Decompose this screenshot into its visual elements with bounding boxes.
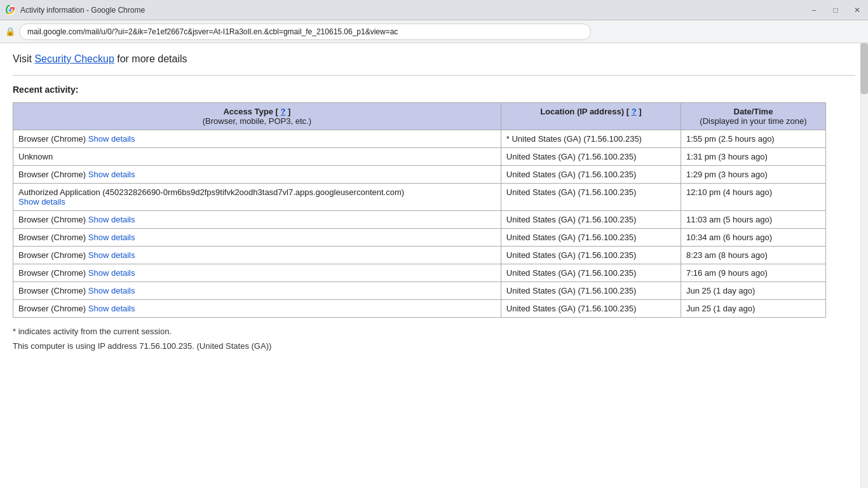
table-row: Browser (Chrome) Show detailsUnited Stat… xyxy=(13,229,826,247)
cell-access-type: Browser (Chrome) Show details xyxy=(13,211,501,229)
table-row: UnknownUnited States (GA) (71.56.100.235… xyxy=(13,148,826,166)
footer-ip: This computer is using IP address 71.56.… xyxy=(13,341,855,351)
chrome-titlebar: Activity information - Google Chrome – □… xyxy=(0,0,868,20)
table-row: Browser (Chrome) Show detailsUnited Stat… xyxy=(13,247,826,264)
cell-location: United States (GA) (71.56.100.235) xyxy=(501,229,681,247)
cell-access-type: Browser (Chrome) Show details xyxy=(13,282,501,300)
cell-datetime: 12:10 pm (4 hours ago) xyxy=(681,184,825,211)
table-header-row: Access Type [ ? ](Browser, mobile, POP3,… xyxy=(13,103,826,130)
maximize-button[interactable]: □ xyxy=(830,4,841,16)
access-type-help-link[interactable]: ? xyxy=(280,107,285,116)
col-header-access-type: Access Type [ ? ](Browser, mobile, POP3,… xyxy=(13,103,501,130)
cell-access-type: Unknown xyxy=(13,148,501,166)
page-content: Visit Security Checkup for more details … xyxy=(0,43,868,488)
show-details-link[interactable]: Show details xyxy=(88,233,135,242)
cell-location: * United States (GA) (71.56.100.235) xyxy=(501,130,681,148)
table-row: Browser (Chrome) Show detailsUnited Stat… xyxy=(13,211,826,229)
table-row: Browser (Chrome) Show detailsUnited Stat… xyxy=(13,300,826,318)
col-header-datetime: Date/Time(Displayed in your time zone) xyxy=(681,103,825,130)
cell-datetime: 1:31 pm (3 hours ago) xyxy=(681,148,825,166)
url-text: mail.google.com/mail/u/0/?ui=2&ik=7e1ef2… xyxy=(27,27,398,36)
show-details-link[interactable]: Show details xyxy=(88,286,135,295)
show-details-link[interactable]: Show details xyxy=(88,170,135,179)
cell-datetime: 8:23 am (8 hours ago) xyxy=(681,247,825,264)
show-details-link[interactable]: Show details xyxy=(18,197,65,207)
table-row: Browser (Chrome) Show details* United St… xyxy=(13,130,826,148)
security-checkup-link[interactable]: Security Checkup xyxy=(34,53,114,64)
window-controls: – □ ✕ xyxy=(808,4,863,16)
address-pill[interactable]: mail.google.com/mail/u/0/?ui=2&ik=7e1ef2… xyxy=(19,24,591,40)
cell-datetime: 1:29 pm (3 hours ago) xyxy=(681,166,825,184)
cell-location: United States (GA) (71.56.100.235) xyxy=(501,211,681,229)
visit-security-line: Visit Security Checkup for more details xyxy=(13,53,855,65)
cell-access-type: Browser (Chrome) Show details xyxy=(13,300,501,318)
location-help-link[interactable]: ? xyxy=(632,107,637,116)
recent-activity-label: Recent activity: xyxy=(13,85,855,95)
divider xyxy=(13,75,855,76)
cell-location: United States (GA) (71.56.100.235) xyxy=(501,184,681,211)
minimize-button[interactable]: – xyxy=(808,4,820,16)
titlebar-title: Activity information - Google Chrome xyxy=(20,6,808,15)
table-row: Browser (Chrome) Show detailsUnited Stat… xyxy=(13,166,826,184)
show-details-link[interactable]: Show details xyxy=(88,268,135,278)
table-row: Authorized Application (450232826690-0rm… xyxy=(13,184,826,211)
visit-prefix: Visit xyxy=(13,53,34,64)
lock-icon: 🔒 xyxy=(5,27,15,36)
chrome-logo xyxy=(5,5,15,15)
cell-datetime: Jun 25 (1 day ago) xyxy=(681,300,825,318)
cell-access-type: Browser (Chrome) Show details xyxy=(13,130,501,148)
show-details-link[interactable]: Show details xyxy=(88,250,135,260)
activity-table: Access Type [ ? ](Browser, mobile, POP3,… xyxy=(13,102,826,318)
cell-access-type: Browser (Chrome) Show details xyxy=(13,247,501,264)
cell-location: United States (GA) (71.56.100.235) xyxy=(501,300,681,318)
close-button[interactable]: ✕ xyxy=(851,4,863,16)
cell-datetime: 11:03 am (5 hours ago) xyxy=(681,211,825,229)
table-row: Browser (Chrome) Show detailsUnited Stat… xyxy=(13,282,826,300)
cell-datetime: Jun 25 (1 day ago) xyxy=(681,282,825,300)
cell-access-type: Authorized Application (450232826690-0rm… xyxy=(13,184,501,211)
cell-location: United States (GA) (71.56.100.235) xyxy=(501,247,681,264)
cell-datetime: 7:16 am (9 hours ago) xyxy=(681,264,825,282)
footer-note: * indicates activity from the current se… xyxy=(13,327,855,336)
cell-access-type: Browser (Chrome) Show details xyxy=(13,264,501,282)
scrollbar-track[interactable] xyxy=(860,43,868,488)
cell-datetime: 1:55 pm (2.5 hours ago) xyxy=(681,130,825,148)
col-header-location: Location (IP address) [ ? ] xyxy=(501,103,681,130)
cell-location: United States (GA) (71.56.100.235) xyxy=(501,166,681,184)
table-row: Browser (Chrome) Show detailsUnited Stat… xyxy=(13,264,826,282)
visit-suffix: for more details xyxy=(114,53,187,64)
show-details-link[interactable]: Show details xyxy=(88,215,135,224)
cell-access-type: Browser (Chrome) Show details xyxy=(13,166,501,184)
cell-datetime: 10:34 am (6 hours ago) xyxy=(681,229,825,247)
cell-access-type: Browser (Chrome) Show details xyxy=(13,229,501,247)
scrollbar-thumb[interactable] xyxy=(860,43,868,94)
cell-location: United States (GA) (71.56.100.235) xyxy=(501,282,681,300)
addressbar-row: 🔒 mail.google.com/mail/u/0/?ui=2&ik=7e1e… xyxy=(0,20,868,43)
cell-location: United States (GA) (71.56.100.235) xyxy=(501,264,681,282)
show-details-link[interactable]: Show details xyxy=(88,304,135,313)
show-details-link[interactable]: Show details xyxy=(88,134,135,144)
cell-location: United States (GA) (71.56.100.235) xyxy=(501,148,681,166)
